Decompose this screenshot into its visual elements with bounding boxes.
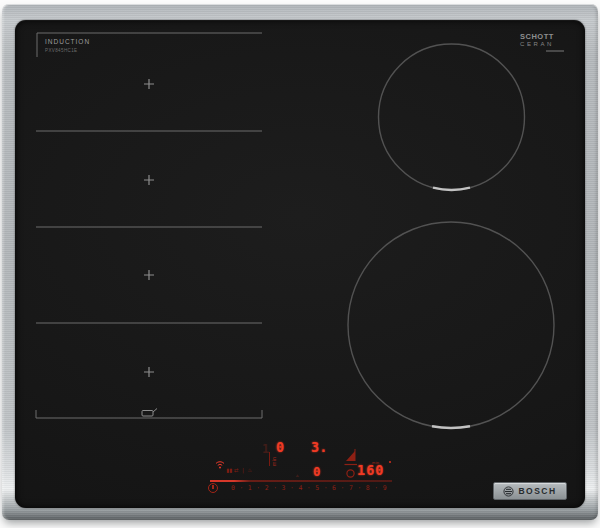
- glass-markings: [15, 20, 585, 508]
- cooking-zone-small: [379, 44, 525, 190]
- glass-brand-line2: CERAN: [520, 41, 572, 48]
- cooking-zone-large-notch: [432, 426, 470, 428]
- right-zone-timer-display: 0: [313, 464, 321, 479]
- right-zone-level-display: 3.: [311, 439, 327, 455]
- flex-pan-icon: [142, 409, 157, 417]
- pause-key-icon[interactable]: ▮▮: [226, 468, 232, 474]
- sensor-indicator-dot: [389, 461, 391, 463]
- flex-zone-cross-markers: [144, 79, 154, 377]
- warning-indicator: ▵: [296, 472, 299, 478]
- cooking-zone-small-notch: [433, 188, 470, 190]
- model-number-label: PXV845HC1E: [45, 48, 78, 53]
- glass-brand-line1: SCHOTT: [520, 33, 572, 41]
- move-key-icon[interactable]: ⇄: [234, 468, 239, 474]
- wifi-icon: [215, 460, 225, 469]
- cooktop-frame: INDUCTION PXV845HC1E SCHOTT CERAN ▮▮ ⇄ ❘…: [2, 4, 598, 520]
- left-zone-timer-unit: min: [271, 457, 285, 481]
- glass-brand-fineprint: [546, 50, 564, 52]
- key-divider-icon: ❘: [241, 468, 246, 474]
- product-photo: INDUCTION PXV845HC1E SCHOTT CERAN ▮▮ ⇄ ❘…: [0, 0, 600, 528]
- keep-warm-key-icon[interactable]: ♨: [247, 468, 252, 474]
- flex-zone-top-bracket: [37, 33, 262, 57]
- cooking-zone-large: [348, 222, 554, 428]
- function-key-row[interactable]: ▮▮ ⇄ ❘ ♨: [226, 468, 252, 474]
- induction-type-label: INDUCTION: [45, 38, 90, 45]
- ceramic-glass-surface: INDUCTION PXV845HC1E SCHOTT CERAN ▮▮ ⇄ ❘…: [15, 20, 585, 508]
- bosch-wordmark: BOSCH: [518, 486, 556, 496]
- sensor-temperature-display: 160: [357, 462, 384, 478]
- bosch-badge: BOSCH: [493, 482, 567, 500]
- panel-divider-line: [210, 480, 392, 482]
- power-level-scale[interactable]: 0 · 1 · 2 · 3 · 4 · 5 · 6 · 7 · 8 · 9: [231, 484, 387, 492]
- power-icon[interactable]: [208, 483, 218, 493]
- glass-brand-logo: SCHOTT CERAN: [520, 33, 572, 52]
- left-zone-level-display: 0: [276, 439, 284, 455]
- zone-select-ring-icon[interactable]: [347, 470, 354, 477]
- bosch-armature-icon: [503, 486, 514, 497]
